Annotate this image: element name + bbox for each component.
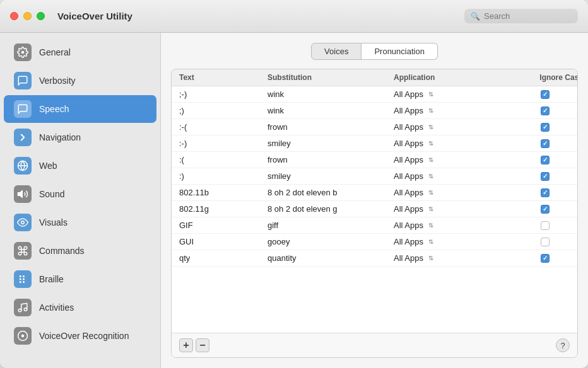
sidebar-item-sound[interactable]: Sound	[4, 180, 156, 208]
help-button[interactable]: ?	[556, 338, 570, 352]
sidebar-item-voiceover[interactable]: VoiceOver Recognition	[4, 322, 156, 350]
row-10-ignore-case[interactable]	[507, 254, 577, 263]
row-8-stepper-icon[interactable]: ⇅	[428, 222, 433, 229]
row-2-text: :-(	[179, 122, 268, 132]
sidebar-label-braille: Braille	[39, 274, 64, 284]
row-2-app-label: All Apps	[394, 122, 423, 132]
table-row[interactable]: GIFgiffAll Apps⇅	[172, 217, 577, 234]
sound-icon	[14, 185, 32, 203]
row-8-ignore-case[interactable]	[507, 221, 577, 230]
row-9-substitution: gooey	[268, 237, 394, 246]
row-4-ignore-case[interactable]	[507, 156, 577, 164]
row-1-app-label: All Apps	[394, 106, 423, 115]
row-1-text: ;)	[179, 106, 268, 115]
row-5-checkbox[interactable]	[541, 172, 550, 181]
row-3-checkbox[interactable]	[541, 139, 550, 148]
row-1-checkbox[interactable]	[541, 106, 550, 115]
speech-icon	[14, 100, 32, 118]
row-10-application: All Apps⇅	[394, 253, 507, 263]
svg-point-14	[21, 335, 25, 338]
row-4-checkbox[interactable]	[541, 156, 550, 164]
tab-pronunciation[interactable]: Pronunciation	[362, 43, 438, 60]
add-button[interactable]: +	[179, 338, 193, 352]
row-4-text: :(	[179, 155, 268, 164]
sidebar-item-speech[interactable]: Speech	[4, 95, 156, 123]
sidebar-item-activities[interactable]: Activities	[4, 294, 156, 321]
table-footer: + − ?	[172, 333, 577, 357]
row-5-ignore-case[interactable]	[507, 172, 577, 181]
row-8-application: All Apps⇅	[394, 221, 507, 230]
row-8-checkbox[interactable]	[541, 221, 550, 230]
row-8-text: GIF	[179, 221, 268, 230]
sidebar-item-commands[interactable]: Commands	[4, 237, 156, 265]
remove-button[interactable]: −	[196, 338, 209, 352]
row-4-stepper-icon[interactable]: ⇅	[428, 156, 433, 163]
row-5-stepper-icon[interactable]: ⇅	[428, 173, 433, 180]
row-3-substitution: smiley	[268, 139, 394, 148]
svg-point-12	[24, 308, 27, 311]
row-2-stepper-icon[interactable]: ⇅	[428, 124, 433, 130]
row-9-ignore-case[interactable]	[507, 238, 577, 246]
svg-point-4	[21, 221, 25, 224]
tab-voices[interactable]: Voices	[311, 43, 362, 60]
table-row[interactable]: :-)smileyAll Apps⇅	[172, 135, 577, 152]
row-0-checkbox[interactable]	[541, 90, 550, 99]
row-7-app-label: All Apps	[394, 204, 423, 214]
row-6-checkbox[interactable]	[541, 188, 550, 197]
svg-point-11	[18, 309, 21, 312]
row-0-ignore-case[interactable]	[507, 90, 577, 99]
sidebar-item-web[interactable]: Web	[4, 152, 156, 180]
row-6-stepper-icon[interactable]: ⇅	[428, 189, 433, 196]
table-row[interactable]: :)smileyAll Apps⇅	[172, 168, 577, 185]
row-9-stepper-icon[interactable]: ⇅	[428, 238, 433, 245]
sidebar-item-general[interactable]: General	[4, 38, 156, 66]
table-row[interactable]: 802.11b8 oh 2 dot eleven bAll Apps⇅	[172, 185, 577, 201]
table-body: ;-)winkAll Apps⇅;)winkAll Apps⇅:-(frownA…	[172, 86, 577, 333]
svg-point-6	[20, 279, 21, 280]
braille-icon	[14, 270, 32, 288]
row-3-stepper-icon[interactable]: ⇅	[428, 140, 433, 147]
table-row[interactable]: GUIgooeyAll Apps⇅	[172, 234, 577, 250]
row-3-ignore-case[interactable]	[507, 139, 577, 148]
minimize-button[interactable]	[23, 12, 32, 20]
table-row[interactable]: :(frownAll Apps⇅	[172, 152, 577, 168]
sidebar-label-verbosity: Verbosity	[39, 76, 76, 86]
footer-buttons: + −	[179, 338, 209, 352]
row-2-ignore-case[interactable]	[507, 123, 577, 132]
row-3-application: All Apps⇅	[394, 139, 507, 148]
row-4-application: All Apps⇅	[394, 155, 507, 164]
maximize-button[interactable]	[37, 12, 45, 20]
svg-point-7	[20, 281, 21, 283]
table-header: Text Substitution Application Ignore Cas…	[172, 69, 577, 86]
sidebar: GeneralVerbositySpeechNavigationWebSound…	[0, 33, 161, 368]
table-row[interactable]: :-(frownAll Apps⇅	[172, 119, 577, 135]
sidebar-item-verbosity[interactable]: Verbosity	[4, 67, 156, 95]
row-6-ignore-case[interactable]	[507, 188, 577, 197]
table-row[interactable]: ;-)winkAll Apps⇅	[172, 86, 577, 103]
row-7-stepper-icon[interactable]: ⇅	[428, 205, 433, 212]
row-9-checkbox[interactable]	[541, 238, 550, 246]
row-0-substitution: wink	[268, 89, 394, 99]
row-0-app-label: All Apps	[394, 89, 423, 99]
row-10-app-label: All Apps	[394, 253, 423, 263]
close-button[interactable]	[10, 12, 18, 20]
row-10-checkbox[interactable]	[541, 254, 550, 263]
main-panel: VoicesPronunciation Text Substitution Ap…	[161, 33, 588, 368]
sidebar-item-visuals[interactable]: Visuals	[4, 209, 156, 236]
sidebar-item-braille[interactable]: Braille	[4, 265, 156, 293]
table-row[interactable]: 802.11g8 oh 2 dot eleven gAll Apps⇅	[172, 201, 577, 217]
row-0-stepper-icon[interactable]: ⇅	[428, 91, 433, 98]
table-row[interactable]: ;)winkAll Apps⇅	[172, 103, 577, 119]
navigation-icon	[14, 129, 32, 146]
row-7-ignore-case[interactable]	[507, 205, 577, 214]
table-row[interactable]: qtyquantityAll Apps⇅	[172, 250, 577, 267]
row-1-ignore-case[interactable]	[507, 106, 577, 115]
row-7-substitution: 8 oh 2 dot eleven g	[268, 204, 394, 214]
row-7-checkbox[interactable]	[541, 205, 550, 214]
row-2-checkbox[interactable]	[541, 123, 550, 132]
activities-icon	[14, 299, 32, 316]
row-10-stepper-icon[interactable]: ⇅	[428, 255, 433, 262]
search-input[interactable]	[484, 11, 572, 21]
sidebar-item-navigation[interactable]: Navigation	[4, 124, 156, 151]
row-1-stepper-icon[interactable]: ⇅	[428, 107, 433, 114]
